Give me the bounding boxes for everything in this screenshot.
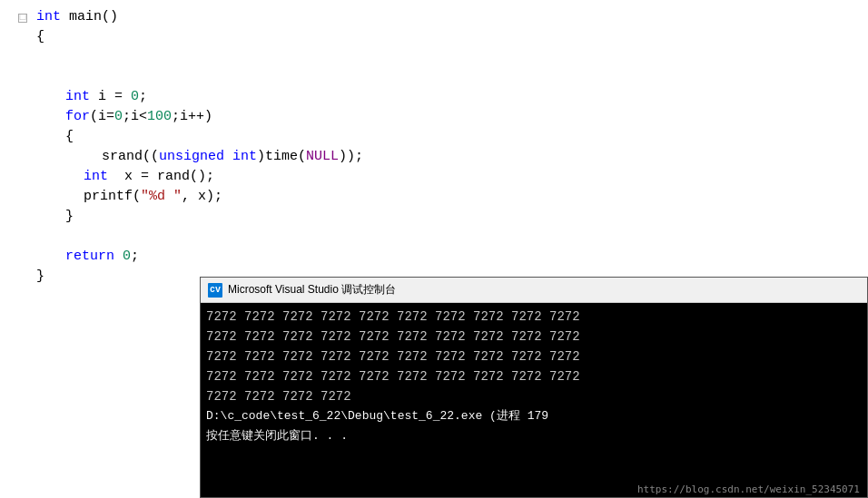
line-10-content: printf("%d ", x); xyxy=(29,187,222,207)
code-line-2: { xyxy=(16,27,868,47)
console-output-3: 7272 7272 7272 7272 7272 7272 7272 7272 … xyxy=(206,347,862,366)
code-line-8: srand((unsigned int)time(NULL)); xyxy=(16,147,868,167)
line-8-content: srand((unsigned int)time(NULL)); xyxy=(29,147,363,167)
line-13-content: return 0; xyxy=(29,247,139,267)
line-1-content: int main() xyxy=(29,7,118,27)
code-line-11: } xyxy=(16,207,868,227)
console-url: https://blog.csdn.net/weixin_52345071 xyxy=(637,483,860,495)
console-close-line: 按任意键关闭此窗口. . . xyxy=(206,426,862,446)
code-line-6: for(i=0;i<100;i++) xyxy=(16,107,868,127)
line-2-content: { xyxy=(29,27,44,47)
console-output-5: 7272 7272 7272 7272 xyxy=(206,386,862,406)
code-line-9: int x = rand(); xyxy=(16,167,868,187)
line-7-content: { xyxy=(29,127,74,147)
code-line-1: □ int main() xyxy=(16,7,868,27)
console-output-2: 7272 7272 7272 7272 7272 7272 7272 7272 … xyxy=(206,327,862,347)
line-9-content: int x = rand(); xyxy=(29,167,214,187)
code-line-13: return 0; xyxy=(16,247,868,267)
code-line-4 xyxy=(16,67,868,87)
vs-icon-text: cv xyxy=(210,285,221,295)
code-line-7: { xyxy=(16,127,868,147)
collapse-box[interactable]: □ xyxy=(16,14,29,23)
console-content: 7272 7272 7272 7272 7272 7272 7272 7272 … xyxy=(201,303,867,497)
code-line-10: printf("%d ", x); xyxy=(16,187,868,207)
line-14-content: } xyxy=(29,267,44,287)
code-line-3 xyxy=(16,47,868,67)
console-cmd-line: D:\c_code\test_6_22\Debug\test_6_22.exe … xyxy=(206,406,862,426)
line-4-content xyxy=(29,67,44,87)
line-3-content xyxy=(29,47,44,67)
console-title: Microsoft Visual Studio 调试控制台 xyxy=(228,282,396,298)
vs-icon: cv xyxy=(208,283,222,298)
line-11-content: } xyxy=(29,207,74,227)
line-5-content: int i = 0; xyxy=(29,87,147,107)
line-12-content xyxy=(29,227,44,247)
console-titlebar: cv Microsoft Visual Studio 调试控制台 xyxy=(201,278,867,303)
code-line-5: int i = 0; xyxy=(16,87,868,107)
console-output-1: 7272 7272 7272 7272 7272 7272 7272 7272 … xyxy=(206,307,862,327)
code-line-12 xyxy=(16,227,868,247)
line-6-content: for(i=0;i<100;i++) xyxy=(29,107,212,127)
console-window[interactable]: cv Microsoft Visual Studio 调试控制台 7272 72… xyxy=(200,277,868,498)
console-output-4: 7272 7272 7272 7272 7272 7272 7272 7272 … xyxy=(206,366,862,386)
